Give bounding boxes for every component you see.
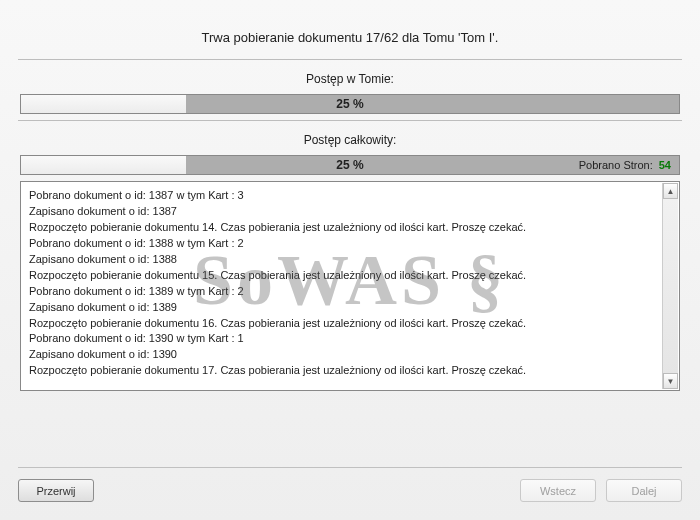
log-line: Pobrano dokument o id: 1388 w tym Kart :…: [29, 236, 671, 252]
log-line: Rozpoczęto pobieranie dokumentu 17. Czas…: [29, 363, 671, 379]
scroll-up-icon[interactable]: ▲: [663, 183, 678, 199]
pages-downloaded: Pobrano Stron: 54: [579, 156, 671, 174]
separator: [18, 120, 682, 121]
total-progress-label: Postęp całkowity:: [18, 127, 682, 155]
log-textarea[interactable]: Pobrano dokument o id: 1387 w tym Kart :…: [20, 181, 680, 391]
pages-downloaded-count: 54: [659, 159, 671, 171]
log-line: Rozpoczęto pobieranie dokumentu 15. Czas…: [29, 268, 671, 284]
separator: [18, 467, 682, 468]
back-button: Wstecz: [520, 479, 596, 502]
total-progress-bar: 25 % Pobrano Stron: 54: [20, 155, 680, 175]
footer-buttons: Przerwij Wstecz Dalej: [18, 479, 682, 502]
log-line: Zapisano dokument o id: 1388: [29, 252, 671, 268]
log-scrollbar[interactable]: ▲ ▼: [662, 183, 678, 389]
log-line: Zapisano dokument o id: 1389: [29, 300, 671, 316]
volume-progress-text: 25 %: [21, 95, 679, 113]
cancel-button[interactable]: Przerwij: [18, 479, 94, 502]
log-line: Zapisano dokument o id: 1390: [29, 347, 671, 363]
volume-progress-bar: 25 %: [20, 94, 680, 114]
next-button: Dalej: [606, 479, 682, 502]
pages-downloaded-label: Pobrano Stron:: [579, 159, 653, 171]
log-line: Rozpoczęto pobieranie dokumentu 14. Czas…: [29, 220, 671, 236]
log-line: Pobrano dokument o id: 1387 w tym Kart :…: [29, 188, 671, 204]
volume-progress-label: Postęp w Tomie:: [18, 66, 682, 94]
log-line: Pobrano dokument o id: 1389 w tym Kart :…: [29, 284, 671, 300]
log-line: Rozpoczęto pobieranie dokumentu 16. Czas…: [29, 316, 671, 332]
separator: [18, 59, 682, 60]
log-line: Zapisano dokument o id: 1387: [29, 204, 671, 220]
page-title: Trwa pobieranie dokumentu 17/62 dla Tomu…: [18, 12, 682, 55]
log-line: Pobrano dokument o id: 1390 w tym Kart :…: [29, 331, 671, 347]
scroll-down-icon[interactable]: ▼: [663, 373, 678, 389]
